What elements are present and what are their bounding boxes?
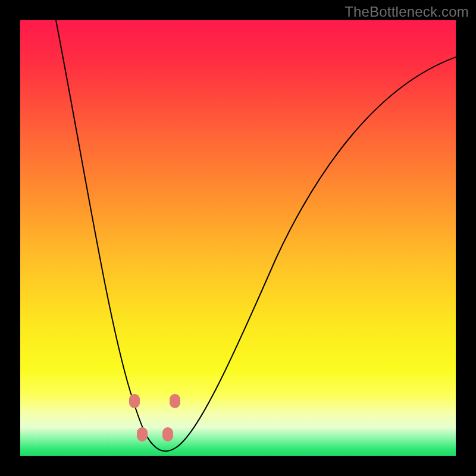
curve-marker	[170, 394, 180, 408]
chart-frame: TheBottleneck.com	[0, 0, 476, 476]
curve-marker	[162, 427, 173, 441]
watermark-text: TheBottleneck.com	[345, 4, 469, 20]
curve-marker	[129, 394, 140, 408]
curve-marker	[137, 427, 148, 441]
bottleneck-curve	[20, 20, 456, 456]
plot-area	[20, 20, 456, 456]
